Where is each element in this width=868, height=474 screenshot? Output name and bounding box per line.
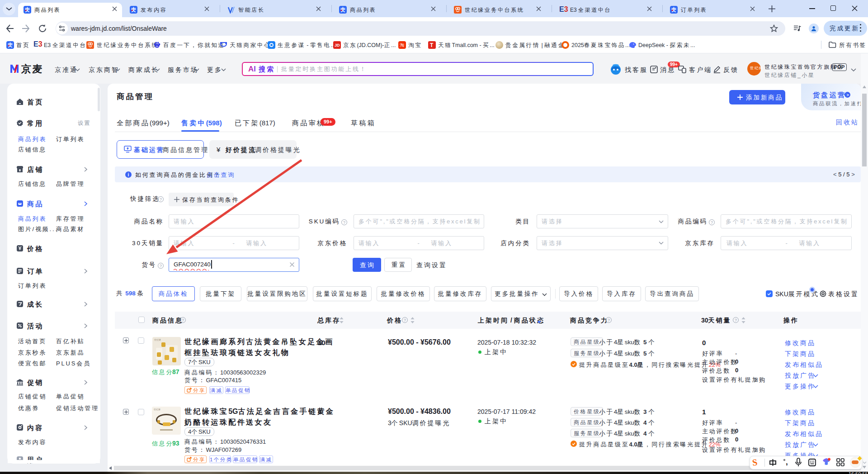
svg-text:du: du xyxy=(156,45,159,47)
